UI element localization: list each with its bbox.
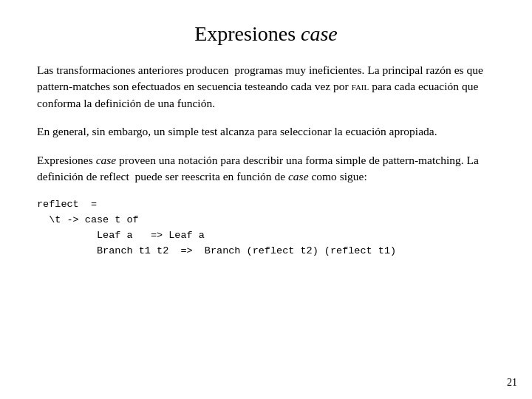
slide-page: Expresiones case Las transformaciones an… — [0, 0, 532, 399]
slide-title: Expresiones case — [37, 22, 495, 46]
title-italic: case — [301, 22, 338, 45]
paragraph-2: En general, sin embargo, un simple test … — [37, 123, 495, 140]
title-prefix: Expresiones — [194, 22, 301, 45]
case-italic-2: case — [288, 170, 309, 183]
page-number: 21 — [507, 377, 517, 389]
fail-text: fail — [352, 80, 369, 92]
paragraph-3: Expresiones case proveen una notación pa… — [37, 152, 495, 185]
code-block: reflect = \t -> case t of Leaf a => Leaf… — [37, 197, 495, 259]
case-italic-1: case — [96, 154, 117, 166]
paragraph-1: Las transformaciones anteriores producen… — [37, 62, 495, 112]
